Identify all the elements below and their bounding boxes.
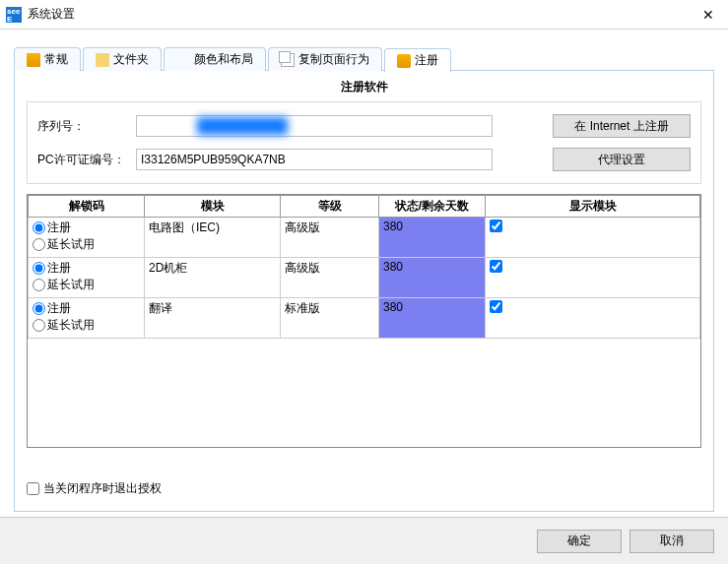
registration-fieldset: 序列号： 在 Internet 上注册 PC许可证编号： 代理设置 [27,101,701,184]
tab-colors[interactable]: 颜色和布局 [164,47,266,71]
col-status: 状态/剩余天数 [379,196,486,218]
serial-label: 序列号： [37,118,128,135]
tab-label: 注册 [415,52,438,69]
app-icon: seeE [6,7,22,23]
cell-module: 翻译 [145,298,281,339]
cell-level: 标准版 [281,298,379,339]
exit-auth-checkbox-row: 当关闭程序时退出授权 [27,480,162,497]
col-show: 显示模块 [486,196,700,218]
cell-unlock: 注册延长试用 [29,218,145,258]
tab-strip: 常规 文件夹 颜色和布局 复制页面行为 注册 [14,47,714,71]
tab-copy-behavior[interactable]: 复制页面行为 [268,47,382,71]
cell-show [486,298,700,339]
tab-folders[interactable]: 文件夹 [83,47,162,71]
cell-level: 高级版 [281,218,379,258]
tab-general[interactable]: 常规 [14,47,81,71]
close-button[interactable]: ✕ [689,0,728,30]
radio-register[interactable] [33,221,45,234]
cell-show [486,218,700,258]
cell-level: 高级版 [281,258,379,298]
radio-extend[interactable] [33,319,45,332]
cell-show [486,258,700,298]
register-online-button[interactable]: 在 Internet 上注册 [553,114,691,138]
tab-register[interactable]: 注册 [384,48,451,72]
cancel-button[interactable]: 取消 [629,530,714,553]
ok-button[interactable]: 确定 [537,530,622,553]
tab-label: 常规 [44,51,68,68]
cell-status: 380 [379,298,486,339]
table-row: 注册延长试用电路图（IEC)高级版380 [29,218,700,258]
radio-register-label[interactable]: 注册 [33,220,140,236]
cell-unlock: 注册延长试用 [29,258,145,298]
folder-icon [96,53,109,67]
radio-extend-label[interactable]: 延长试用 [33,277,140,293]
general-icon [27,53,40,67]
titlebar: seeE 系统设置 ✕ [0,0,728,30]
tab-body-register: 注册软件 序列号： 在 Internet 上注册 PC许可证编号： 代理设置 [14,71,714,512]
register-icon [397,54,411,68]
radio-extend-label[interactable]: 延长试用 [33,317,140,334]
serial-input[interactable] [136,115,493,137]
tab-label: 颜色和布局 [194,51,253,68]
copy-icon [281,53,295,67]
table-row: 注册延长试用2D机柜高级版380 [29,258,700,298]
proxy-settings-button[interactable]: 代理设置 [553,148,691,171]
cell-status: 380 [379,258,486,298]
grid-header-row: 解锁码 模块 等级 状态/剩余天数 显示模块 [29,196,700,218]
col-unlock: 解锁码 [29,196,145,218]
content-area: 常规 文件夹 颜色和布局 复制页面行为 注册 注册软件 序列号： 在 Inter… [0,30,728,517]
cell-module: 电路图（IEC) [145,218,281,258]
show-module-checkbox[interactable] [490,300,502,313]
cell-status: 380 [379,218,486,258]
cell-unlock: 注册延长试用 [29,298,145,339]
radio-register-label[interactable]: 注册 [33,300,140,317]
pc-license-label: PC许可证编号： [37,152,128,168]
modules-grid: 解锁码 模块 等级 状态/剩余天数 显示模块 注册延长试用电路图（IEC)高级版… [27,194,701,448]
radio-extend-label[interactable]: 延长试用 [33,236,140,253]
show-module-checkbox[interactable] [490,220,502,232]
radio-extend[interactable] [33,238,45,251]
show-module-checkbox[interactable] [490,260,502,273]
pc-license-input[interactable] [136,149,493,170]
radio-register-label[interactable]: 注册 [33,260,140,277]
table-row: 注册延长试用翻译标准版380 [29,298,700,339]
radio-extend[interactable] [33,279,45,291]
exit-auth-label: 当关闭程序时退出授权 [43,480,162,497]
col-level: 等级 [281,196,379,218]
dialog-footer: 确定 取消 [0,517,728,564]
radio-register[interactable] [33,302,45,315]
radio-register[interactable] [33,262,45,275]
colors-icon [176,53,190,67]
window-title: 系统设置 [28,6,689,23]
tab-label: 文件夹 [113,51,149,68]
section-title: 注册软件 [27,79,701,95]
tab-label: 复制页面行为 [298,51,369,68]
cell-module: 2D机柜 [145,258,281,298]
col-module: 模块 [145,196,281,218]
exit-auth-checkbox[interactable] [27,482,39,495]
